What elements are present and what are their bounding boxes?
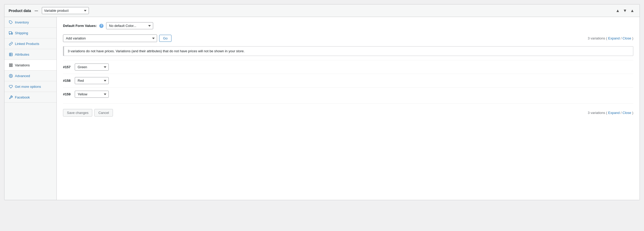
add-variation-select[interactable]: Add variation Add all variations Delete … [63,34,157,42]
variation-id-159: #159 [63,92,72,96]
svg-rect-1 [9,31,11,33]
product-data-body: Inventory Shipping Linked Products Attri… [4,17,640,200]
expand-link-bottom[interactable]: Expand [608,111,620,115]
svg-marker-2 [12,32,13,34]
sidebar-item-linked-products-label: Linked Products [15,42,39,46]
help-icon[interactable]: ? [99,24,104,28]
header-left: Product data — Variable product Simple p… [9,7,89,14]
collapse-up-button[interactable]: ▲ [614,8,621,14]
sidebar-item-inventory[interactable]: Inventory [4,17,56,28]
sidebar-item-shipping-label: Shipping [15,31,28,35]
sidebar-item-facebook-label: Facebook [15,95,30,99]
cancel-button[interactable]: Cancel [94,109,113,117]
expand-link-top[interactable]: Expand [608,36,620,40]
svg-rect-5 [9,53,12,56]
plugin-icon [9,84,13,89]
svg-point-4 [12,34,12,34]
add-variation-left: Add variation Add all variations Delete … [63,34,171,42]
variation-color-select-157[interactable]: Any Color Green Red Yellow [75,63,109,71]
sidebar: Inventory Shipping Linked Products Attri… [4,17,57,200]
warning-text: 3 variations do not have prices. Variati… [68,49,245,53]
sidebar-item-shipping[interactable]: Shipping [4,28,56,38]
add-variation-row: Add variation Add all variations Delete … [63,34,633,42]
variation-row-159: #159 Any Color Green Red Yellow [63,87,633,101]
variations-count-text-top: 3 variations [588,36,605,40]
variation-color-select-158[interactable]: Any Color Green Red Yellow [75,77,109,84]
variation-row-157: #157 Any Color Green Red Yellow [63,60,633,74]
variation-color-select-159[interactable]: Any Color Green Red Yellow [75,91,109,98]
grid-icon [9,63,13,67]
product-type-select[interactable]: Variable product Simple product Grouped … [42,7,89,14]
product-data-title: Product data [9,9,31,13]
variation-id-157: #157 [63,65,72,69]
pricing-warning: 3 variations do not have prices. Variati… [63,46,633,56]
product-data-header: Product data — Variable product Simple p… [4,4,640,17]
sidebar-item-variations[interactable]: Variations [4,60,56,71]
svg-point-3 [9,34,10,34]
variations-main-content: Default Form Values: ? No default Color.… [57,17,640,200]
list-icon [9,52,13,56]
tag-icon [9,20,13,24]
footer-row: Save changes Cancel 3 variations ( Expan… [63,103,633,117]
svg-rect-10 [11,63,12,65]
header-dash: — [35,9,38,13]
sidebar-item-attributes-label: Attributes [15,53,29,56]
sidebar-item-facebook[interactable]: Facebook [4,92,56,103]
save-changes-button[interactable]: Save changes [63,109,92,117]
wrench-icon [9,95,13,99]
sidebar-item-get-more-options-label: Get more options [15,85,41,89]
close-link-bottom[interactable]: Close [623,111,631,115]
variations-count-bottom: 3 variations ( Expand / Close ) [588,111,633,115]
variations-count-text-bottom: 3 variations [588,111,605,115]
variations-count-top: 3 variations ( Expand / Close ) [588,36,633,40]
footer-buttons: Save changes Cancel [63,109,113,117]
svg-rect-12 [9,65,10,66]
gear-icon [9,74,13,78]
sidebar-item-inventory-label: Inventory [15,20,29,24]
collapse-toggle-button[interactable]: ▲ [629,8,635,14]
truck-icon [9,31,13,35]
svg-rect-11 [11,65,12,66]
go-button[interactable]: Go [159,35,171,42]
header-controls: ▲ ▼ ▲ [614,8,635,14]
sidebar-item-advanced-label: Advanced [15,74,30,78]
default-color-select[interactable]: No default Color... Green Red Yellow [106,22,153,29]
collapse-down-button[interactable]: ▼ [622,8,628,14]
close-link-top[interactable]: Close [623,36,631,40]
default-form-label: Default Form Values: [63,24,97,28]
sidebar-item-attributes[interactable]: Attributes [4,49,56,60]
sidebar-item-linked-products[interactable]: Linked Products [4,38,56,49]
link-icon [9,42,13,46]
variation-row-158: #158 Any Color Green Red Yellow [63,74,633,87]
svg-rect-9 [9,63,10,65]
svg-point-13 [10,75,11,76]
sidebar-item-get-more-options[interactable]: Get more options [4,81,56,92]
default-form-values-row: Default Form Values: ? No default Color.… [63,22,633,29]
product-data-panel: Product data — Variable product Simple p… [4,4,640,200]
variation-id-158: #158 [63,79,72,83]
sidebar-item-variations-label: Variations [15,63,30,67]
sidebar-item-advanced[interactable]: Advanced [4,71,56,81]
